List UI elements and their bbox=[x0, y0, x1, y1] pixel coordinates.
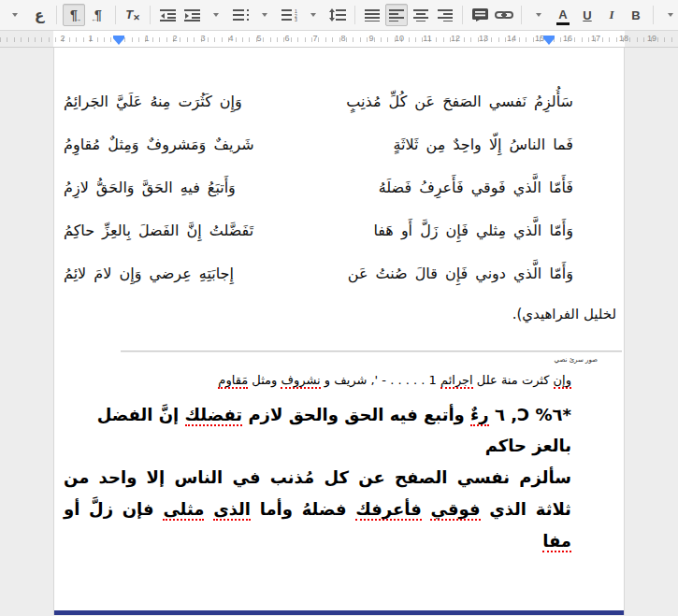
bulleted-list-dropdown[interactable] bbox=[253, 4, 276, 26]
text-color-icon: A bbox=[558, 9, 567, 21]
ocr-word: إنَّ bbox=[159, 405, 180, 424]
hemistich-second: تَفَضَّلتُ إِنَّ الفَضلَ بِالعِزِّ حاكِم… bbox=[64, 222, 253, 239]
align-left-button[interactable] bbox=[385, 4, 408, 26]
increase-indent-button[interactable] bbox=[180, 4, 203, 26]
ocr-word: فيه bbox=[390, 405, 418, 424]
document-page[interactable]: سَأُلزِمُ نَفسي الصَفحَ عَن كُلِّ مُذنِب… bbox=[53, 48, 625, 615]
separator bbox=[115, 6, 116, 24]
align-justify-button[interactable] bbox=[361, 4, 383, 26]
numbered-list-button[interactable]: 1 2 3 bbox=[278, 4, 300, 26]
bold-button[interactable]: B bbox=[625, 4, 647, 26]
chevron-down-icon bbox=[12, 13, 18, 17]
ocr-word: كثرت bbox=[522, 373, 550, 387]
ruler-number: 9 bbox=[368, 34, 373, 43]
align-center-button[interactable] bbox=[410, 4, 432, 26]
ocr-word: الفضل bbox=[97, 405, 153, 424]
numbered-list-dropdown[interactable] bbox=[302, 4, 325, 26]
italic-icon: I bbox=[609, 7, 613, 22]
hemistich-first: فَأَمّا الَّذي فَوقي فَأَعرِفُ فَضلَهُ bbox=[379, 179, 573, 196]
bold-icon: B bbox=[631, 8, 640, 22]
ocr-word: سألزم bbox=[519, 467, 571, 487]
hemistich-first: سَأُلزِمُ نَفسي الصَفحَ عَن كُلِّ مُذنِب… bbox=[346, 93, 573, 110]
poem-verse-row: وَأَمّا الَّذي دوني فَإِن قالَ صُنتُ عَن… bbox=[64, 259, 573, 287]
underline-icon: U bbox=[583, 8, 591, 22]
italic-button[interactable]: I bbox=[600, 4, 623, 26]
ocr-word: كل bbox=[324, 467, 349, 487]
ruler-number: 19 bbox=[647, 34, 656, 43]
separator bbox=[354, 6, 355, 24]
ocr-word: ٦ bbox=[495, 405, 505, 424]
ruler-number: 2 bbox=[172, 34, 177, 43]
ocr-word: - bbox=[382, 373, 386, 387]
chevron-down-icon bbox=[213, 13, 219, 17]
ocr-word: لازم bbox=[248, 405, 282, 424]
left-indent-marker[interactable] bbox=[113, 38, 124, 45]
text-color-button[interactable]: A bbox=[552, 4, 574, 26]
arabic-language-button[interactable]: ع bbox=[28, 4, 50, 26]
indent-options-dropdown[interactable] bbox=[205, 4, 227, 26]
ruler-number: 8 bbox=[340, 34, 345, 43]
ocr-word: ومثل bbox=[252, 373, 277, 387]
ruler-number: 16 bbox=[563, 34, 572, 43]
decrease-indent-button[interactable] bbox=[156, 4, 179, 26]
ruler-number: 5 bbox=[256, 34, 261, 43]
poem-image[interactable]: سَأُلزِمُ نَفسي الصَفحَ عَن كُلِّ مُذنِب… bbox=[64, 87, 573, 302]
misspelled-word: وإن bbox=[554, 373, 571, 389]
ruler-number: 13 bbox=[479, 34, 488, 43]
ruler-number: 1 bbox=[88, 34, 93, 43]
hemistich-second: شَريفٌ وَمَشروفٌ وَمِثلٌ مُقاوِمُ bbox=[64, 136, 254, 153]
ruler-number: 2 bbox=[60, 34, 65, 43]
underline-button[interactable]: U bbox=[576, 4, 599, 26]
ocr-text-line-1[interactable]: وإن كثرت منة علل اجرائم 1 . . . . . - ',… bbox=[64, 372, 571, 389]
misspelled-word: فوقي bbox=[430, 499, 480, 521]
bulleted-list-button[interactable] bbox=[229, 4, 252, 26]
misspelled-word: الذى bbox=[213, 499, 251, 521]
document-workspace: سَأُلزِمُ نَفسي الصَفحَ عَن كُلِّ مُذنِب… bbox=[0, 48, 678, 615]
ocr-word: واحد bbox=[99, 467, 137, 487]
font-size-dropdown[interactable] bbox=[659, 4, 678, 26]
paragraph-direction-ltr-button[interactable]: ¶→ bbox=[63, 4, 85, 26]
ocr-word: إلا bbox=[147, 467, 166, 487]
horizontal-ruler[interactable]: 2112345678910111213141516171819 bbox=[0, 31, 678, 48]
insert-link-button[interactable] bbox=[493, 4, 515, 26]
misspelled-word: مفا bbox=[542, 531, 571, 552]
poem-verse-row: فَأَمّا الَّذي فَوقي فَأَعرِفُ فَضلَهُوَ… bbox=[64, 173, 573, 201]
ruler-ticks bbox=[0, 37, 678, 42]
misspelled-word: نشروف bbox=[281, 373, 320, 389]
ruler-number: 12 bbox=[451, 34, 460, 43]
ruler-number: 10 bbox=[395, 34, 404, 43]
ocr-word: مُذنب bbox=[270, 467, 314, 487]
ocr-word: ثلاثة bbox=[536, 499, 571, 519]
right-indent-marker[interactable] bbox=[543, 38, 555, 45]
align-right-button[interactable] bbox=[434, 4, 456, 26]
ocr-text-paragraph-3[interactable]: سألزم نفسي الصفح عن كل مُذنب في الناس إل… bbox=[64, 462, 571, 557]
misspelled-word: اجرائم bbox=[440, 373, 473, 389]
ocr-word: علل bbox=[477, 373, 498, 387]
hemistich-first: وَأَمّا الَّذي مِثلي فَإِن زَلَّ أَو هَف… bbox=[373, 222, 573, 239]
hemistich-first: فَما الناسُ إِلّا واحِدٌ مِن ثَلاثَةٍ bbox=[393, 136, 573, 153]
more-options-dropdown[interactable] bbox=[4, 4, 26, 26]
separator bbox=[150, 6, 151, 24]
hemistich-second: وَإِن كَثُرَت مِنهُ عَلَيَّ الجَرائِمُ bbox=[64, 93, 242, 110]
poem-verse-row: سَأُلزِمُ نَفسي الصَفحَ عَن كُلِّ مُذنِب… bbox=[64, 87, 573, 115]
ain-letter-icon: ع bbox=[35, 7, 44, 23]
ocr-word: الذي bbox=[489, 499, 527, 519]
ocr-word: منة bbox=[501, 373, 518, 387]
ruler-number: 4 bbox=[228, 34, 233, 43]
ruler-number: 7 bbox=[312, 34, 317, 43]
insert-comment-button[interactable] bbox=[469, 4, 491, 26]
image-caption-small: صور سرئ نصي bbox=[555, 356, 598, 364]
misspelled-word: فأعرفك bbox=[355, 499, 422, 521]
ocr-word: . bbox=[413, 373, 417, 387]
paragraph-direction-rtl-button[interactable]: ¶← bbox=[87, 4, 109, 26]
ocr-word: عن bbox=[358, 467, 385, 487]
text-color-dropdown[interactable] bbox=[527, 4, 550, 26]
line-spacing-button[interactable] bbox=[326, 4, 349, 26]
ocr-word: *٦% bbox=[536, 405, 571, 424]
ocr-word: . bbox=[406, 373, 410, 387]
clear-formatting-button[interactable]: T✕ bbox=[122, 4, 144, 26]
pilcrow-ltr-icon: ¶→ bbox=[70, 8, 78, 21]
ocr-text-paragraph-2[interactable]: *٦% Ɔ, ٦ رءٌ وأتبع فيه الحق والحق لازم ت… bbox=[64, 399, 571, 461]
ocr-word: . bbox=[397, 373, 401, 387]
ocr-word: بالعز bbox=[532, 436, 571, 455]
